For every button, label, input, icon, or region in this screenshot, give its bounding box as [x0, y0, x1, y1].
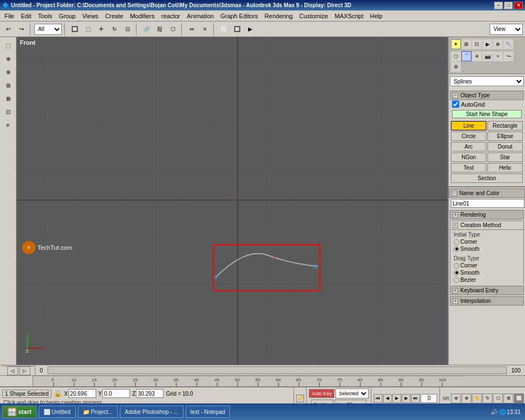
interpolation-expand[interactable]: +: [453, 298, 458, 304]
drag-smooth-radio[interactable]: [454, 270, 459, 276]
menu-maxscript[interactable]: MAXScript: [332, 12, 367, 20]
select-region-button[interactable]: ⬚: [82, 23, 94, 35]
redo-button[interactable]: ↪: [15, 23, 28, 35]
panel-icon-shapes[interactable]: ⌒: [461, 51, 471, 61]
left-tool-2[interactable]: ⊕: [2, 53, 14, 65]
x-input[interactable]: [69, 389, 96, 398]
timeline-btn1[interactable]: ◁: [7, 366, 18, 375]
taskbar-item-photoshop[interactable]: Adobe Photoshop - ...: [120, 406, 183, 418]
next-frame-button[interactable]: ▶: [402, 394, 411, 403]
minimize-button[interactable]: −: [494, 2, 503, 9]
panel-icon-cameras[interactable]: 📷: [482, 51, 492, 61]
maximize-button[interactable]: □: [504, 2, 513, 9]
menu-help[interactable]: Help: [367, 12, 386, 20]
menu-group[interactable]: Group: [55, 12, 79, 20]
panel-icon-geometry[interactable]: ⬡: [451, 51, 461, 61]
rotate-button[interactable]: ↻: [108, 23, 120, 35]
frame-input[interactable]: [421, 394, 437, 403]
pan-button[interactable]: ✋: [472, 393, 482, 403]
viewport[interactable]: Front: [17, 37, 448, 365]
close-button[interactable]: ✕: [514, 2, 523, 9]
bind-button[interactable]: ⬡: [167, 23, 179, 35]
menu-file[interactable]: File: [1, 12, 18, 20]
interpolation-header[interactable]: + Interpolation: [450, 296, 524, 306]
object-name-input[interactable]: [451, 199, 524, 208]
drag-bezier-radio[interactable]: [454, 277, 459, 283]
creation-method-expand[interactable]: −: [453, 223, 458, 228]
panel-tab-create[interactable]: ✦: [451, 39, 461, 49]
object-type-header[interactable]: − Object Type: [450, 91, 524, 100]
name-color-expand[interactable]: −: [452, 191, 457, 196]
rendering-section-header[interactable]: + Rendering: [450, 210, 524, 219]
left-tool-4[interactable]: ⊞: [2, 79, 14, 91]
arc-rotate-button[interactable]: ↻: [482, 393, 492, 403]
panel-tab-motion[interactable]: ▶: [482, 39, 492, 49]
menu-reactor[interactable]: reactor: [158, 12, 183, 20]
zoom-all-button[interactable]: ⊗: [461, 393, 471, 403]
panel-icon-spacewarps[interactable]: 〜: [503, 51, 513, 61]
nav-btn6[interactable]: ⊞: [503, 393, 513, 403]
left-tool-3[interactable]: ⊗: [2, 66, 14, 78]
line-button[interactable]: Line: [451, 121, 486, 130]
ngon-button[interactable]: NGon: [451, 153, 486, 162]
panel-icon-helpers[interactable]: +: [493, 51, 503, 61]
undo-button[interactable]: ↩: [2, 23, 14, 35]
rendering-expand[interactable]: +: [453, 212, 458, 218]
left-tool-5[interactable]: ⊠: [2, 92, 14, 104]
nav-btn7[interactable]: ⬜: [514, 393, 524, 403]
helix-button[interactable]: Helix: [487, 163, 523, 172]
scale-button[interactable]: ⊡: [122, 23, 134, 35]
category-dropdown[interactable]: Splines: [450, 76, 524, 86]
mirror-button[interactable]: ⇔: [186, 23, 198, 35]
rectangle-button[interactable]: Rectangle: [487, 121, 523, 130]
render-scene-button[interactable]: 🔲: [231, 23, 243, 35]
object-type-expand[interactable]: −: [453, 93, 458, 98]
left-tool-7[interactable]: ≡: [2, 119, 14, 131]
drag-corner-radio[interactable]: [454, 263, 459, 269]
menu-rendering[interactable]: Rendering: [261, 12, 296, 20]
unlink-button[interactable]: ⛓: [154, 23, 166, 35]
keyboard-entry-header[interactable]: + Keyboard Entry: [450, 286, 524, 295]
left-tool-6[interactable]: ⊡: [2, 106, 14, 118]
menu-customize[interactable]: Customize: [296, 12, 332, 20]
panel-icon-lights[interactable]: ☀: [472, 51, 482, 61]
creation-method-header[interactable]: − Creation Method: [450, 221, 524, 230]
select-button[interactable]: 🔲: [69, 23, 81, 35]
section-button[interactable]: Section: [451, 174, 523, 183]
start-button[interactable]: 🪟 start: [2, 406, 36, 418]
taskbar-item-project[interactable]: 📁 Project...: [78, 406, 118, 418]
selected-dropdown[interactable]: Selected: [335, 389, 369, 398]
link-button[interactable]: 🔗: [140, 23, 153, 35]
ellipse-button[interactable]: Ellipse: [487, 132, 523, 141]
viewport-dropdown[interactable]: View: [490, 24, 523, 35]
text-button[interactable]: Text: [451, 163, 486, 172]
selection-filter-dropdown[interactable]: All: [34, 24, 62, 35]
menu-animation[interactable]: Animation: [183, 12, 217, 20]
go-start-button[interactable]: ⏮: [374, 394, 382, 403]
z-input[interactable]: [136, 389, 164, 398]
taskbar-item-notepad[interactable]: text - Notepad: [186, 406, 230, 418]
menu-graph-editors[interactable]: Graph Editors: [217, 12, 261, 20]
timeline-btn2[interactable]: ▷: [19, 366, 30, 375]
star-button[interactable]: Star: [487, 153, 523, 162]
panel-tab-utilities[interactable]: 🔧: [503, 39, 513, 49]
menu-views[interactable]: Views: [79, 12, 102, 20]
go-end-button[interactable]: ⏭: [411, 394, 420, 403]
arc-button[interactable]: Arc: [451, 142, 486, 151]
panel-tab-hierarchy[interactable]: ⊡: [472, 39, 482, 49]
keyboard-entry-expand[interactable]: +: [453, 288, 458, 293]
menu-tools[interactable]: Tools: [35, 12, 56, 20]
y-input[interactable]: [102, 389, 130, 398]
start-new-shape-button[interactable]: Start New Shape: [452, 110, 522, 118]
autogrid-checkbox[interactable]: [452, 101, 459, 108]
quick-render-button[interactable]: ▶: [244, 23, 256, 35]
material-editor-button[interactable]: ⬜: [218, 23, 230, 35]
timeline-track[interactable]: [48, 366, 507, 374]
play-button[interactable]: ▶: [392, 394, 401, 403]
panel-icon-systems[interactable]: ⚙: [451, 62, 461, 72]
initial-corner-radio[interactable]: [454, 239, 459, 245]
taskbar-item-untitled[interactable]: ⬜ Untitled: [39, 406, 76, 418]
panel-tab-display[interactable]: ⊕: [493, 39, 503, 49]
menu-create[interactable]: Create: [102, 12, 127, 20]
panel-tab-modify[interactable]: ⊞: [461, 39, 471, 49]
